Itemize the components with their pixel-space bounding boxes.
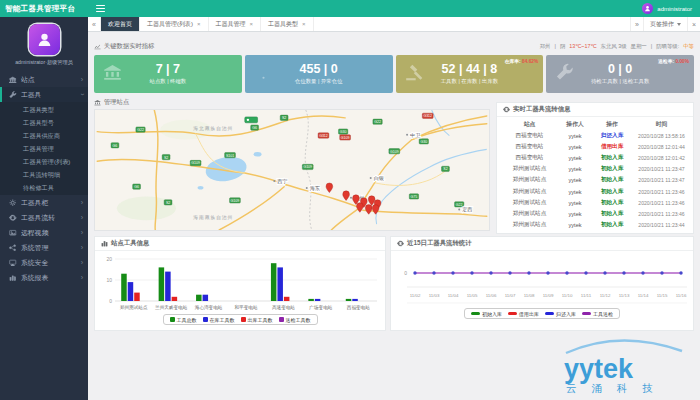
tab-operations-dropdown[interactable]: 页签操作 (643, 17, 687, 31)
flow-row: 郑州测试站点yytek初始入库2020/10/21 11:23:46 (500, 197, 690, 208)
legend-label: 工具送检 (593, 311, 613, 317)
legend-label: 在库工具数 (210, 317, 235, 323)
svg-text:G6: G6 (113, 144, 118, 148)
flow-time: 2020/10/21 11:23:46 (633, 211, 690, 217)
sidebar-item-site[interactable]: 站点› (0, 72, 88, 87)
tab-close-icon[interactable]: × (302, 21, 306, 27)
svg-text:高速变电站: 高速变电站 (272, 305, 295, 311)
tab-tool-management-list[interactable]: 工器具管理(列表)× (140, 17, 209, 31)
sidebar-item-tool-flow[interactable]: 工器具流转› (0, 210, 88, 225)
sidebar-subitem-tool-flow-detail[interactable]: 工具流转明细 (0, 168, 88, 181)
share-icon (9, 244, 17, 252)
flow-operator: yytek (559, 200, 591, 206)
flow-time: 2020/10/21 11:23:46 (633, 200, 690, 206)
legend-item-2[interactable]: 归还入库 (545, 311, 576, 317)
sidebar-subitem-tool-type[interactable]: 工器具类型 (0, 103, 88, 116)
image-icon (9, 229, 17, 237)
stat-value: 7 | 7 (156, 63, 180, 76)
sidebar-subitem-tool-management[interactable]: 工器具管理 (0, 142, 88, 155)
sidebar-subitem-tool-pending-maintenance[interactable]: 待检修工具 (0, 181, 88, 194)
line-chart-legend: 初始入库借用出库归还入库工具送检 (391, 308, 693, 319)
tablet-icon (254, 63, 273, 82)
legend-item-3[interactable]: 工具送检 (582, 311, 613, 317)
legend-item-1[interactable]: 在库工具数 (203, 317, 235, 323)
legend-item-2[interactable]: 出库工具数 (241, 317, 273, 323)
sidebar-item-system-reports[interactable]: 系统报表› (0, 270, 88, 285)
legend-item-0[interactable]: 工具总数 (170, 317, 197, 323)
top-header: 智能工器具管理平台 administrator (0, 0, 700, 17)
monitor-icon (9, 259, 17, 267)
flow-operator: yytek (559, 166, 591, 172)
legend-box: 工具总数在库工具数出库工具数送检工具数 (163, 314, 318, 325)
svg-text:S101: S101 (226, 154, 234, 158)
gear-icon (9, 199, 17, 207)
map-panel[interactable]: G6G22S2G109S101G6S2G109G30G22G109G30S2G7… (94, 109, 490, 231)
legend-item-1[interactable]: 借用出库 (508, 311, 539, 317)
sidebar-subitem-tool-management-list[interactable]: 工器具管理(列表) (0, 155, 88, 168)
svg-text:11/03: 11/03 (429, 293, 440, 298)
svg-text:11/08: 11/08 (524, 293, 535, 298)
stat-value: 0 | 0 (608, 63, 632, 76)
cycle-icon (9, 214, 17, 222)
sidebar-item-tool-cabinet[interactable]: 工器具柜› (0, 195, 88, 210)
tab-label: 工器具管理(列表) (147, 20, 193, 29)
chevron-icon: › (81, 214, 83, 221)
sidebar-item-tools[interactable]: 工器具› (0, 87, 88, 102)
tabs-close-all-icon[interactable]: × (687, 17, 700, 31)
tab-close-icon[interactable]: × (197, 21, 201, 27)
flow-site: 西福变电站 (500, 132, 559, 140)
refresh-icon[interactable] (397, 240, 404, 247)
tab-home[interactable]: 欢迎首页 (101, 17, 140, 31)
user-avatar-icon[interactable] (642, 3, 653, 14)
legend-item-3[interactable]: 送检工具数 (279, 317, 311, 323)
chevron-icon: › (81, 199, 83, 206)
map-region-label: 海南藏族自治州 (193, 215, 233, 220)
menu-toggle-icon[interactable] (96, 5, 105, 12)
weather-bar: 郑州 | 阴 13℃~17℃ 东北风 3级 星期一 | 防晒等级: 中等 (540, 43, 694, 50)
flow-table: 站点操作人操作时间西福变电站yytek归还入库2020/10/28 13:58:… (497, 117, 693, 232)
svg-text:11/04: 11/04 (448, 293, 459, 298)
flow-row: 西福变电站yytek借用出库2020/10/28 12:01:44 (500, 141, 690, 152)
sidebar-subitem-tool-model[interactable]: 工器具型号 (0, 116, 88, 129)
svg-text:11/10: 11/10 (562, 293, 573, 298)
username[interactable]: administrator (657, 6, 692, 12)
weather-uv-value: 中等 (683, 43, 694, 50)
sidebar-subitem-tool-supplier[interactable]: 工器具供应商 (0, 129, 88, 142)
sidebar-user-panel[interactable]: administrator·超级管理员 (0, 17, 88, 72)
legend-label: 归还入库 (556, 311, 576, 317)
legend-label: 送检工具数 (286, 317, 311, 323)
tabs-collapse-arrow[interactable]: « (88, 17, 101, 31)
flow-operator: yytek (559, 189, 591, 195)
refresh-icon[interactable] (503, 106, 510, 113)
svg-text:S2: S2 (443, 167, 447, 171)
flow-row: 郑州测试站点yytek初始入库2020/10/21 11:23:47 (500, 164, 690, 175)
sidebar-item-remote-video[interactable]: 远程视频› (0, 225, 88, 240)
map-city-label: 西宁 (277, 178, 287, 185)
flow-op: 初始入库 (591, 165, 633, 173)
flow-op: 初始入库 (591, 221, 633, 229)
flow-op: 初始入库 (591, 210, 633, 218)
bank-icon (9, 76, 17, 84)
svg-text:11/12: 11/12 (600, 293, 611, 298)
tab-label: 工器具管理 (216, 20, 246, 29)
chart-icon (9, 274, 17, 282)
tab-close-icon[interactable]: × (250, 21, 254, 27)
legend-item-0[interactable]: 初始入库 (471, 311, 502, 317)
svg-text:11/14: 11/14 (638, 293, 649, 298)
stat-label: 站点数 | 终端数 (150, 78, 187, 85)
legend-label: 工具总数 (177, 317, 197, 323)
flow-operator: yytek (559, 222, 591, 228)
svg-text:G6: G6 (134, 185, 139, 189)
chevron-icon: › (78, 93, 85, 95)
tabs-expand-arrow[interactable]: » (630, 17, 643, 31)
tab-tool-management[interactable]: 工器具管理× (209, 17, 262, 31)
sidebar-item-system-management[interactable]: 系统管理› (0, 240, 88, 255)
sidebar-item-system-security[interactable]: 系统安全› (0, 255, 88, 270)
flow-operator: yytek (559, 144, 591, 150)
tab-tool-type[interactable]: 工器具类型× (261, 17, 314, 31)
legend-swatch (279, 317, 284, 322)
chevron-icon: › (81, 274, 83, 281)
map-canvas[interactable]: G6G22S2G109S101G6S2G109G30G22G109G30S2G7… (95, 110, 489, 230)
flow-site: 郑州测试站点 (500, 176, 559, 184)
stat-value: 52 | 44 | 8 (442, 63, 498, 76)
